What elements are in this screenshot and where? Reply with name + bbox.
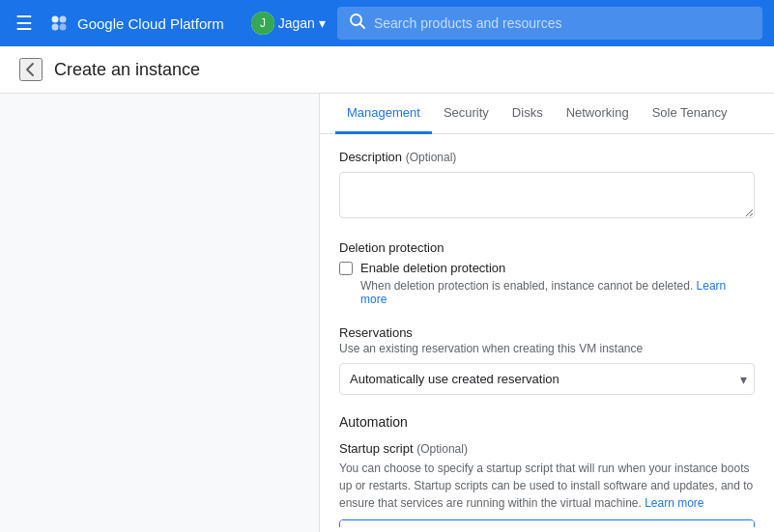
user-dropdown-icon[interactable]: ▾ — [319, 15, 326, 31]
reservations-section: Reservations Use an existing reservation… — [339, 325, 755, 395]
tab-management[interactable]: Management — [335, 94, 432, 134]
startup-script-label: Startup script (Optional) — [339, 441, 755, 456]
startup-script-section: Startup script (Optional) You can choose… — [339, 441, 755, 527]
topbar: ☰ Google Cloud Platform J Jagan ▾ — [0, 0, 774, 46]
tab-bar: Management Security Disks Networking Sol… — [320, 94, 774, 134]
startup-script-description: You can choose to specify a startup scri… — [339, 460, 755, 512]
search-input[interactable] — [374, 15, 751, 31]
tab-security[interactable]: Security — [432, 94, 501, 134]
user-menu[interactable]: J Jagan ▾ — [251, 12, 326, 35]
deletion-protection-checkbox[interactable] — [339, 262, 353, 275]
startup-script-optional: (Optional) — [416, 442, 468, 456]
page-header: Create an instance — [0, 46, 774, 94]
deletion-protection-checkbox-label[interactable]: Enable deletion protection — [360, 261, 505, 275]
right-panel: Management Security Disks Networking Sol… — [319, 94, 774, 532]
deletion-protection-checkbox-row: Enable deletion protection — [339, 261, 755, 275]
user-name: Jagan — [278, 15, 315, 31]
tab-networking[interactable]: Networking — [555, 94, 641, 134]
deletion-protection-label: Deletion protection — [339, 240, 755, 255]
avatar: J — [251, 12, 274, 35]
svg-point-1 — [60, 16, 67, 23]
tab-sole-tenancy[interactable]: Sole Tenancy — [641, 94, 739, 134]
menu-icon[interactable]: ☰ — [12, 8, 37, 39]
description-label: Description (Optional) — [339, 150, 755, 164]
startup-script-input[interactable]: #!/bin/bash apt update apt -y install ap… — [339, 519, 755, 527]
reservations-label: Reservations — [339, 325, 755, 340]
tab-disks[interactable]: Disks — [501, 94, 555, 134]
svg-line-7 — [359, 24, 364, 29]
startup-script-learn-more[interactable]: Learn more — [645, 496, 703, 510]
topbar-logo: Google Cloud Platform — [48, 13, 224, 34]
deletion-protection-section: Deletion protection Enable deletion prot… — [339, 240, 755, 306]
svg-point-0 — [52, 16, 59, 23]
svg-text:J: J — [260, 16, 266, 30]
deletion-protection-helper: When deletion protection is enabled, ins… — [360, 279, 755, 306]
description-input[interactable] — [339, 172, 755, 218]
main-content: Management Security Disks Networking Sol… — [0, 94, 774, 532]
content-area: Description (Optional) Deletion protecti… — [320, 134, 774, 527]
svg-point-3 — [60, 24, 67, 31]
left-panel — [0, 94, 319, 532]
back-button[interactable] — [19, 58, 43, 81]
search-icon — [349, 13, 366, 34]
page-title: Create an instance — [54, 60, 200, 80]
description-optional: (Optional) — [406, 151, 457, 164]
automation-label: Automation — [339, 414, 755, 430]
reservations-select-wrapper: Automatically use created reservation Se… — [339, 363, 755, 395]
gcp-logo-icon — [48, 13, 70, 34]
description-section: Description (Optional) — [339, 150, 755, 221]
reservations-description: Use an existing reservation when creatin… — [339, 342, 755, 355]
automation-section: Automation Startup script (Optional) You… — [339, 414, 755, 527]
svg-point-2 — [52, 24, 59, 31]
brand-name: Google Cloud Platform — [77, 15, 224, 32]
search-bar — [337, 7, 762, 40]
reservations-select[interactable]: Automatically use created reservation Se… — [339, 363, 755, 395]
